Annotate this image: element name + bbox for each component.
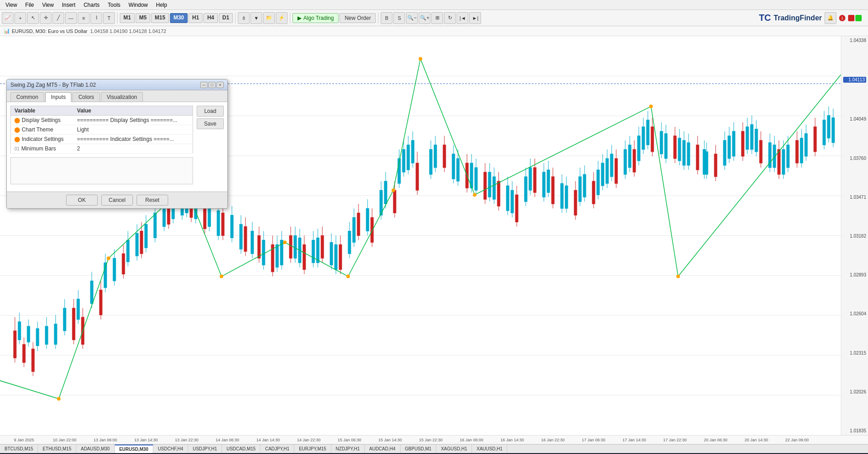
bottom-tab-usdjpy[interactable]: USDJPY,H1	[188, 445, 222, 454]
menu-window[interactable]: Window	[125, 1, 151, 9]
bottom-tab-nzdjpy[interactable]: NZDJPY,H1	[331, 445, 365, 454]
load-button[interactable]: Load	[197, 106, 224, 117]
bottom-tab-adausd[interactable]: ADAUSD,M30	[76, 445, 115, 454]
time-label: 22 Jan 06:00	[777, 438, 817, 442]
toolbar-reload[interactable]: ↻	[444, 12, 456, 24]
menu-insert[interactable]: Insert	[58, 1, 79, 9]
dialog-maximize-button[interactable]: □	[208, 82, 216, 88]
new-order-button[interactable]: New Order	[340, 13, 376, 23]
row-icon-orange3	[14, 137, 20, 142]
dialog-close-button[interactable]: ×	[217, 82, 224, 88]
cancel-button[interactable]: Cancel	[101, 195, 133, 206]
bottom-tab-bar: BTCUSD,M15 ETHUSD,M15 ADAUSD,M30 EURUSD,…	[0, 444, 868, 453]
bottom-tab-btcusd[interactable]: BTCUSD,M15	[0, 445, 38, 454]
timeframe-m15[interactable]: M15	[151, 13, 169, 23]
toolbar-templates[interactable]: 📁	[263, 12, 275, 24]
status-indicators	[848, 15, 862, 21]
bottom-tab-gbpusd[interactable]: GBPUSD,M1	[401, 445, 437, 454]
algo-trading-button[interactable]: ▶ Algo Trading	[292, 13, 339, 23]
toolbar-grid[interactable]: ⊞	[431, 12, 443, 24]
time-label: 14 Jan 22:30	[288, 438, 329, 442]
brand-logo: TC TradingFinder 🔔 1	[759, 12, 866, 24]
toolbar-zoom-in[interactable]: +	[14, 12, 26, 24]
toolbar-chart-type[interactable]: 🕯	[238, 12, 250, 24]
tab-colors[interactable]: Colors	[72, 92, 100, 102]
price-label: 1.01835	[843, 428, 866, 433]
toolbar-sell[interactable]: S	[393, 12, 405, 24]
bottom-tab-usdcad[interactable]: USDCAD,M15	[222, 445, 260, 454]
time-label: 14 Jan 14:30	[248, 438, 288, 442]
notification-btn[interactable]: 🔔	[825, 12, 836, 24]
svg-point-286	[419, 57, 422, 61]
price-label: 1.02604	[843, 311, 866, 316]
chart-prices: 1.04158 1.04190 1.04128 1.04172	[90, 28, 166, 34]
bottom-tab-usdchf[interactable]: USDCHF,H4	[153, 445, 188, 454]
price-label: 1.02026	[843, 389, 866, 394]
time-label: 15 Jan 06:30	[329, 438, 370, 442]
tab-inputs[interactable]: Inputs	[45, 92, 72, 102]
svg-point-280	[107, 257, 110, 260]
menu-help[interactable]: Help	[152, 1, 171, 9]
toolbar-channel[interactable]: ≡	[78, 12, 90, 24]
toolbar-fib[interactable]: ⌇	[90, 12, 102, 24]
bottom-tab-eurjpy[interactable]: EURJPY,M15	[294, 445, 331, 454]
dialog-minimize-button[interactable]: ─	[200, 82, 208, 88]
toolbar-indicators[interactable]: ⚡	[276, 12, 288, 24]
toolbar-hline[interactable]: —	[65, 12, 77, 24]
status-red	[848, 15, 854, 21]
timeframe-h4[interactable]: H4	[203, 13, 217, 23]
table-row[interactable]: 01Minimum Bars 2	[11, 144, 193, 154]
svg-point-279	[57, 397, 61, 401]
chart-icon: 📊	[4, 28, 10, 34]
menu-tools[interactable]: Tools	[104, 1, 124, 9]
menu-view2[interactable]: View	[38, 1, 57, 9]
time-label: 17 Jan 06:30	[573, 438, 614, 442]
ok-button[interactable]: OK	[66, 195, 98, 206]
toolbar-text[interactable]: T	[103, 12, 115, 24]
reset-button[interactable]: Reset	[137, 195, 168, 206]
toolbar-line[interactable]: ╱	[52, 12, 64, 24]
menu-charts[interactable]: Charts	[80, 1, 103, 9]
bottom-tab-cadjpy[interactable]: CADJPY,H1	[260, 445, 294, 454]
timeframe-m30[interactable]: M30	[170, 13, 188, 23]
toolbar-chart-opts[interactable]: ▼	[250, 12, 262, 24]
menu-view[interactable]: View	[2, 1, 21, 9]
dialog-title: Swing Zig Zag MT5 - By TFlab 1.02	[10, 82, 199, 88]
toolbar-buy[interactable]: B	[381, 12, 392, 24]
menu-file[interactable]: File	[22, 1, 38, 9]
toolbar-scroll-right[interactable]: ►|	[469, 12, 481, 24]
current-price-label: 1.04113	[843, 77, 866, 83]
row-icon-orange2	[14, 127, 20, 133]
svg-point-282	[220, 275, 223, 278]
tab-visualization[interactable]: Visualization	[101, 92, 143, 102]
timeframe-d1[interactable]: D1	[219, 13, 233, 23]
col-variable: Variable	[11, 106, 74, 116]
dialog-titlebar[interactable]: Swing Zig Zag MT5 - By TFlab 1.02 ─ □ ×	[7, 80, 227, 90]
bottom-tab-ethusd[interactable]: ETHUSD,M15	[38, 445, 76, 454]
table-row[interactable]: Display Settings ========== Display Sett…	[11, 116, 193, 125]
toolbar-zoom-in2[interactable]: 🔍+	[419, 12, 430, 24]
toolbar-arrow[interactable]: ↖	[27, 12, 39, 24]
bottom-tab-eurusd[interactable]: EURUSD,M30	[115, 445, 153, 454]
table-row[interactable]: Chart Theme Light	[11, 125, 193, 135]
time-label: 20 Jan 14:30	[736, 438, 777, 442]
bottom-tab-xagusd[interactable]: XAGUSD,H1	[436, 445, 472, 454]
val-minimum-bars: 2	[73, 144, 193, 154]
bottom-tab-audcad[interactable]: AUDCAD,H4	[365, 445, 401, 454]
time-label: 9 Jan 2025	[4, 438, 44, 442]
timeframe-m1[interactable]: M1	[120, 13, 135, 23]
table-row[interactable]: Indicator Settings ========== Indicator …	[11, 135, 193, 144]
timeframe-m5[interactable]: M5	[136, 13, 151, 23]
toolbar-zoom-out[interactable]: 🔍−	[406, 12, 418, 24]
toolbar-crosshair[interactable]: ✛	[40, 12, 52, 24]
inputs-table: Variable Value Display Settings ========…	[10, 106, 193, 154]
bottom-tab-xauusd[interactable]: XAUUSD,H1	[472, 445, 507, 454]
toolbar-new-chart[interactable]: 📈	[2, 12, 14, 24]
var-indicator-settings: Indicator Settings	[11, 135, 74, 144]
timeframe-h1[interactable]: H1	[189, 13, 203, 23]
tab-common[interactable]: Common	[10, 92, 44, 102]
status-green	[855, 15, 862, 21]
col-value: Value	[73, 106, 193, 116]
save-button[interactable]: Save	[197, 118, 224, 129]
toolbar-period-sep[interactable]: |◄	[457, 12, 468, 24]
